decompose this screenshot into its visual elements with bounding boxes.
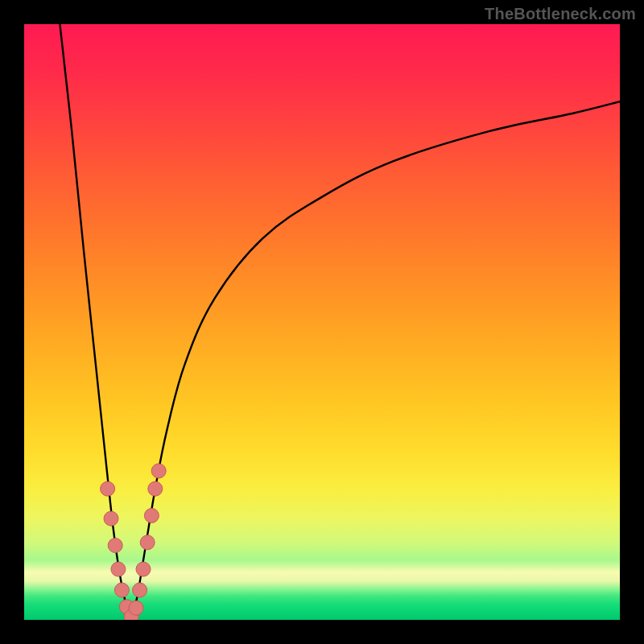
left-branch-path bbox=[60, 24, 131, 620]
bead-point bbox=[144, 509, 159, 523]
bead-point bbox=[114, 583, 129, 597]
bead-point bbox=[101, 481, 115, 496]
bead-point bbox=[129, 601, 143, 615]
beads-group bbox=[101, 464, 167, 620]
watermark-text: TheBottleneck.com bbox=[485, 5, 636, 23]
chart-stage: TheBottleneck.com bbox=[0, 0, 644, 644]
bead-point bbox=[111, 562, 126, 576]
right-branch-path bbox=[131, 101, 620, 620]
curve-layer bbox=[24, 24, 620, 620]
plot-area bbox=[24, 24, 620, 620]
bead-point bbox=[108, 539, 122, 553]
bead-point bbox=[133, 583, 147, 597]
bead-point bbox=[136, 562, 151, 576]
bead-point bbox=[140, 535, 155, 550]
bead-point bbox=[151, 464, 166, 478]
bead-point bbox=[148, 481, 163, 496]
bead-point bbox=[104, 511, 118, 526]
